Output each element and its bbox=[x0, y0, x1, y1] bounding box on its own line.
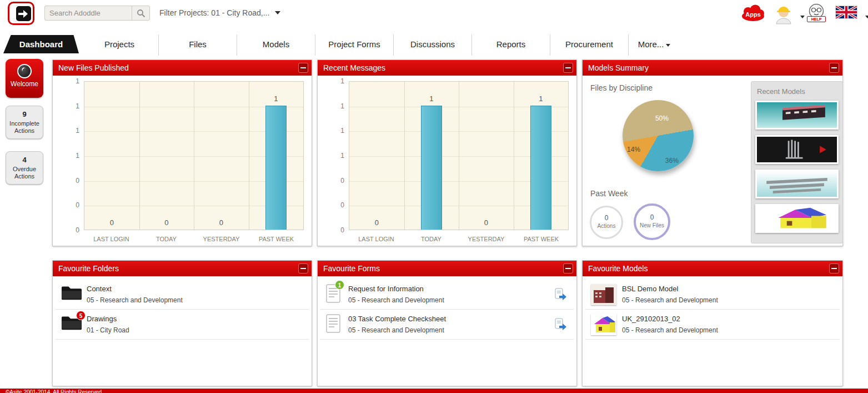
tab-more-label: More... bbox=[638, 39, 664, 49]
main-nav: Dashboard Projects Files Models Project … bbox=[0, 34, 868, 56]
tab-files[interactable]: Files bbox=[159, 34, 237, 56]
filter-projects-dropdown[interactable]: Filter Projects: 01 - City Road,... bbox=[159, 8, 280, 17]
tab-project-forms[interactable]: Project Forms bbox=[315, 34, 394, 56]
model-thumbnail[interactable] bbox=[755, 204, 839, 233]
tab-projects[interactable]: Projects bbox=[81, 34, 159, 56]
create-form-icon[interactable] bbox=[554, 318, 567, 331]
footer-bar: ©Asite 2001-2014. All Rights Reserved bbox=[0, 389, 868, 393]
minimize-button[interactable] bbox=[563, 63, 573, 73]
sidebar-item-welcome[interactable]: Welcome bbox=[6, 59, 43, 98]
incomplete-actions-label: Incomplete Actions bbox=[7, 120, 42, 135]
search-box bbox=[44, 6, 150, 21]
sidebar-item-overdue-actions[interactable]: 4 Overdue Actions bbox=[6, 151, 43, 185]
panel-favourite-folders: Favourite Folders Context 05 - Research … bbox=[52, 260, 312, 386]
panel-header: Favourite Forms bbox=[318, 261, 576, 276]
avatar-caret-icon[interactable] bbox=[800, 16, 805, 18]
panel-new-files-published: New Files Published 11110000001LAST LOGI… bbox=[52, 59, 312, 246]
search-button[interactable] bbox=[132, 6, 149, 20]
more-caret-icon bbox=[666, 44, 670, 47]
panel-title: Favourite Forms bbox=[323, 264, 380, 273]
panel-title: Favourite Folders bbox=[58, 264, 119, 273]
actions-label: Actions bbox=[591, 223, 621, 229]
model-project: 05 - Research and Development bbox=[622, 326, 718, 334]
bar-chart-new-files: 11110000001LAST LOGINTODAYYESTERDAYPAST … bbox=[61, 81, 304, 248]
panel-header: Models Summary bbox=[583, 60, 842, 76]
user-avatar[interactable] bbox=[774, 2, 793, 24]
model-project: 05 - Research and Development bbox=[622, 296, 718, 304]
form-count-badge: 1 bbox=[335, 280, 344, 290]
minimize-button[interactable] bbox=[298, 263, 308, 273]
search-input[interactable] bbox=[45, 6, 132, 20]
recent-models-label: Recent Models bbox=[757, 87, 805, 96]
apps-label: Apps bbox=[741, 11, 765, 18]
panel-models-summary: Models Summary Files by Discipline 50% 3… bbox=[582, 59, 843, 246]
adoddle-logo[interactable] bbox=[8, 2, 34, 25]
bar-chart-recent-messages: 11110000101LAST LOGINTODAYYESTERDAYPAST … bbox=[325, 81, 569, 248]
files-by-discipline-label: Files by Discipline bbox=[590, 83, 653, 92]
folder-count-badge: 5 bbox=[76, 311, 86, 320]
folder-item[interactable]: Context 05 - Research and Development bbox=[56, 280, 309, 310]
language-caret-icon[interactable] bbox=[865, 16, 868, 18]
user-avatar-icon bbox=[774, 2, 793, 24]
panel-title: Models Summary bbox=[588, 63, 649, 72]
help-label: HELP bbox=[807, 16, 826, 22]
new-files-label: New Files bbox=[636, 222, 668, 228]
form-project: 05 - Research and Development bbox=[348, 296, 444, 304]
folder-item[interactable]: 5 Drawings 01 - City Road bbox=[56, 310, 309, 340]
actions-stat-circle[interactable]: 0 Actions bbox=[590, 206, 623, 239]
form-name: 03 Task Complete Checksheet bbox=[348, 315, 446, 323]
pie-slice-label: 14% bbox=[627, 146, 640, 153]
folder-name: Drawings bbox=[87, 315, 117, 323]
tab-procurement[interactable]: Procurement bbox=[550, 34, 629, 56]
folder-project: 05 - Research and Development bbox=[87, 296, 183, 304]
minimize-button[interactable] bbox=[829, 263, 839, 273]
pie-chart-files-by-discipline: 50% 36% 14% bbox=[623, 100, 694, 171]
tab-reports[interactable]: Reports bbox=[472, 34, 550, 56]
search-icon bbox=[137, 9, 145, 18]
tab-discussions[interactable]: Discussions bbox=[394, 34, 472, 56]
top-bar: Filter Projects: 01 - City Road,... Apps bbox=[0, 0, 868, 33]
new-files-stat-circle[interactable]: 0 New Files bbox=[634, 203, 670, 240]
panel-recent-messages: Recent Messages 11110000101LAST LOGINTOD… bbox=[317, 59, 577, 246]
copyright-text: ©Asite 2001-2014. All Rights Reserved bbox=[6, 389, 102, 393]
minimize-button[interactable] bbox=[563, 263, 573, 273]
help-button[interactable]: HELP bbox=[806, 3, 826, 24]
filter-projects-label: Filter Projects: 01 - City Road,... bbox=[159, 8, 269, 17]
overdue-actions-label: Overdue Actions bbox=[7, 166, 42, 180]
panel-header: New Files Published bbox=[53, 60, 312, 76]
form-icon bbox=[326, 314, 340, 335]
model-thumbnail[interactable] bbox=[755, 135, 839, 164]
panel-title: New Files Published bbox=[58, 63, 129, 72]
recent-models-list: Recent Models bbox=[751, 81, 843, 243]
panel-header: Favourite Folders bbox=[53, 261, 312, 276]
panel-favourite-models: Favourite Models BSL Demo Model bbox=[582, 260, 843, 386]
folder-name: Context bbox=[87, 285, 112, 293]
folder-project: 01 - City Road bbox=[87, 326, 129, 334]
model-thumbnail[interactable] bbox=[755, 170, 839, 198]
model-name: UK_29102013_02 bbox=[622, 315, 680, 323]
create-form-icon[interactable] bbox=[554, 288, 567, 301]
apps-button[interactable]: Apps bbox=[741, 4, 765, 22]
overdue-actions-count: 4 bbox=[7, 156, 42, 164]
model-item[interactable]: BSL Demo Model 05 - Research and Develop… bbox=[585, 280, 840, 310]
panel-header: Favourite Models bbox=[583, 261, 842, 276]
model-thumbnail bbox=[591, 284, 616, 305]
uk-flag-icon[interactable] bbox=[835, 6, 857, 19]
welcome-label: Welcome bbox=[6, 80, 43, 88]
incomplete-actions-count: 9 bbox=[7, 110, 42, 118]
form-item[interactable]: 1 Request for Information 05 - Research … bbox=[320, 280, 574, 310]
past-week-label: Past Week bbox=[590, 189, 628, 198]
model-thumbnail[interactable] bbox=[755, 101, 839, 130]
minimize-button[interactable] bbox=[298, 63, 308, 73]
folder-icon bbox=[61, 284, 82, 303]
sidebar-item-incomplete-actions[interactable]: 9 Incomplete Actions bbox=[6, 106, 43, 139]
minimize-button[interactable] bbox=[829, 63, 839, 73]
tab-dashboard[interactable]: Dashboard bbox=[3, 35, 79, 53]
adoddle-dashboard: Filter Projects: 01 - City Road,... Apps bbox=[0, 0, 868, 393]
panel-favourite-forms: Favourite Forms 1 Request for Informatio… bbox=[317, 260, 577, 386]
form-item[interactable]: 03 Task Complete Checksheet 05 - Researc… bbox=[320, 310, 574, 340]
pie-slice-label: 50% bbox=[655, 115, 669, 122]
model-item[interactable]: UK_29102013_02 05 - Research and Develop… bbox=[585, 310, 840, 340]
tab-models[interactable]: Models bbox=[237, 34, 315, 56]
tab-more[interactable]: More... bbox=[629, 34, 680, 56]
